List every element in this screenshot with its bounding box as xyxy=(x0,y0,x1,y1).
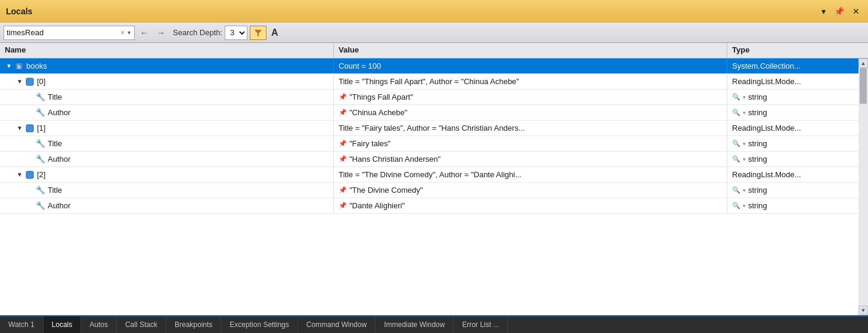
value-text: "Chinua Achebe" xyxy=(349,108,407,117)
cube-icon xyxy=(25,77,35,87)
dropdown-arrow[interactable]: ▾ xyxy=(743,141,746,147)
magnify-icon[interactable]: 🔍 xyxy=(732,186,740,194)
cell-name: ▷ 🔧 Title xyxy=(0,136,334,151)
table-row[interactable]: ▼ [0] Title = "Things Fall Apart", Autho… xyxy=(0,74,858,90)
table-row[interactable]: ▷ 🔧 Title 📌 "The Divine Comedy" 🔍 ▾ stri… xyxy=(0,183,858,198)
dropdown-arrow[interactable]: ▾ xyxy=(743,187,746,193)
window-title: Locals xyxy=(6,7,32,16)
name-text: Author xyxy=(48,201,70,210)
cube-icon xyxy=(25,124,35,133)
close-button[interactable]: ✕ xyxy=(850,6,862,17)
table-row[interactable]: ▷ 🔧 Author 📌 "Hans Christian Andersen" 🔍… xyxy=(0,152,858,167)
cell-name: ▷ 🔧 Title xyxy=(0,183,334,198)
type-text: string xyxy=(748,155,767,164)
col-header-type: Type xyxy=(727,43,858,58)
expand-icon[interactable]: ▼ xyxy=(5,62,13,70)
cell-type: ReadingList.Mode... xyxy=(727,167,858,182)
name-text: Author xyxy=(48,155,70,164)
tab-immediate-window-label: Immediate Window xyxy=(384,320,445,329)
scrollbar-down-arrow[interactable]: ▼ xyxy=(858,306,868,315)
cell-name: ▷ 🔧 Author xyxy=(0,105,334,120)
tab-command-window[interactable]: Command Window xyxy=(298,316,376,333)
cell-value: 📌 "The Divine Comedy" xyxy=(334,183,727,198)
table-row[interactable]: ▷ 🔧 Title 📌 "Things Fall Apart" 🔍 ▾ stri… xyxy=(0,90,858,105)
tab-autos-label: Autos xyxy=(89,320,108,329)
tab-immediate-window[interactable]: Immediate Window xyxy=(376,316,454,333)
table-container: Name Value Type ▼ b books Coun xyxy=(0,43,868,315)
tab-command-window-label: Command Window xyxy=(306,320,367,329)
scrollbar-up-arrow[interactable]: ▲ xyxy=(858,58,868,68)
dropdown-arrow[interactable]: ▾ xyxy=(743,94,746,100)
wrench-icon: 🔧 xyxy=(36,108,45,118)
expand-icon[interactable]: ▼ xyxy=(16,171,24,179)
cell-value: Title = "The Divine Comedy", Author = "D… xyxy=(334,167,727,182)
row-indent: ▷ 🔧 Title xyxy=(26,186,62,195)
magnify-icon[interactable]: 🔍 xyxy=(732,202,740,209)
tab-autos[interactable]: Autos xyxy=(81,316,117,333)
pin-button[interactable]: 📌 xyxy=(832,6,847,17)
forward-button[interactable]: → xyxy=(154,27,168,39)
magnify-icon[interactable]: 🔍 xyxy=(732,140,740,147)
table-row[interactable]: ▼ [2] Title = "The Divine Comedy", Autho… xyxy=(0,167,858,183)
tab-error-list[interactable]: Error List ... xyxy=(454,316,508,333)
filter-button[interactable] xyxy=(250,26,266,40)
row-indent: ▷ 🔧 Title xyxy=(26,139,62,149)
cell-type: 🔍 ▾ string xyxy=(727,90,858,104)
table-row[interactable]: ▼ [1] Title = "Fairy tales", Author = "H… xyxy=(0,121,858,136)
scrollbar-track[interactable] xyxy=(858,68,868,306)
pin-icon: 📌 xyxy=(339,140,347,147)
svg-marker-0 xyxy=(255,30,262,36)
expand-icon[interactable]: ▼ xyxy=(16,124,24,132)
dropdown-button[interactable]: ▾ xyxy=(819,6,828,17)
magnify-icon[interactable]: 🔍 xyxy=(732,93,740,101)
wrench-icon: 🔧 xyxy=(36,201,45,211)
pin-icon: 📌 xyxy=(339,202,347,209)
type-text: string xyxy=(748,186,767,195)
search-dropdown-button[interactable]: ▾ xyxy=(126,29,132,36)
table-row[interactable]: ▼ b books Count = 100 System.Collection.… xyxy=(0,58,858,74)
dropdown-arrow[interactable]: ▾ xyxy=(743,156,746,162)
tab-callstack[interactable]: Call Stack xyxy=(117,316,166,333)
tab-locals[interactable]: Locals xyxy=(44,315,82,333)
dropdown-arrow[interactable]: ▾ xyxy=(743,110,746,116)
table-header: Name Value Type xyxy=(0,43,868,58)
value-text: Count = 100 xyxy=(339,61,381,70)
tab-breakpoints-label: Breakpoints xyxy=(175,320,212,329)
type-text: System.Collection... xyxy=(732,61,801,70)
magnify-icon[interactable]: 🔍 xyxy=(732,155,740,163)
title-bar: Locals ▾ 📌 ✕ xyxy=(0,0,868,23)
wrench-icon: 🔧 xyxy=(36,186,45,195)
tab-breakpoints[interactable]: Breakpoints xyxy=(166,316,221,333)
cell-name: ▷ 🔧 Author xyxy=(0,198,334,213)
font-button[interactable]: A xyxy=(269,26,281,40)
depth-select[interactable]: 3 1 2 4 5 xyxy=(225,26,247,40)
tab-exception-settings[interactable]: Exception Settings xyxy=(221,316,297,333)
expand-icon[interactable]: ▼ xyxy=(16,78,24,86)
wrench-icon: 🔧 xyxy=(36,92,45,102)
cell-type: 🔍 ▾ string xyxy=(727,136,858,151)
tab-exception-settings-label: Exception Settings xyxy=(230,320,289,329)
magnify-icon[interactable]: 🔍 xyxy=(732,109,740,116)
col-header-name: Name xyxy=(0,43,334,58)
back-button[interactable]: ← xyxy=(137,27,151,39)
type-text: string xyxy=(748,92,767,101)
table-row[interactable]: ▷ 🔧 Title 📌 "Fairy tales" 🔍 ▾ string xyxy=(0,136,858,152)
name-text: [1] xyxy=(37,124,45,132)
name-text: [2] xyxy=(37,170,45,179)
search-clear-button[interactable]: × xyxy=(119,29,126,37)
vertical-scrollbar[interactable]: ▲ ▼ xyxy=(858,58,868,315)
wrench-icon: 🔧 xyxy=(36,139,45,149)
row-indent: ▷ 🔧 Author xyxy=(26,155,70,164)
name-text: Title xyxy=(48,139,62,148)
name-text: Title xyxy=(48,186,62,195)
table-row[interactable]: ▷ 🔧 Author 📌 "Dante Alighieri" 🔍 ▾ strin… xyxy=(0,198,858,214)
tab-watch1[interactable]: Watch 1 xyxy=(0,316,44,333)
svg-rect-5 xyxy=(26,171,33,178)
search-input[interactable] xyxy=(7,28,119,37)
dropdown-arrow[interactable]: ▾ xyxy=(743,203,746,209)
scrollbar-thumb[interactable] xyxy=(860,68,867,104)
table-row[interactable]: ▷ 🔧 Author 📌 "Chinua Achebe" 🔍 ▾ string xyxy=(0,105,858,121)
value-text: "Things Fall Apart" xyxy=(349,92,413,101)
search-box: × ▾ xyxy=(4,26,135,40)
scrollbar-header-placeholder xyxy=(858,43,868,58)
